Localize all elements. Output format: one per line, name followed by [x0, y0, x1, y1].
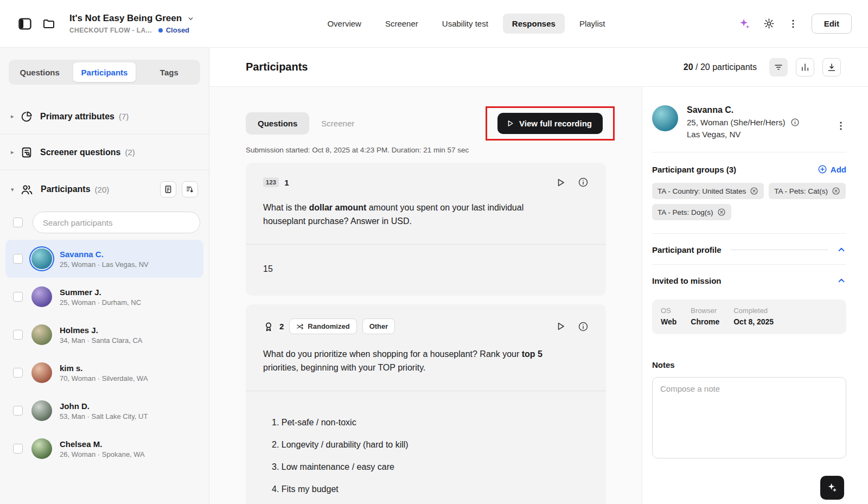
nav-playlist[interactable]: Playlist: [570, 14, 615, 34]
participant-row-savanna[interactable]: Savanna C. 25, Woman · Las Vegas, NV: [5, 240, 203, 278]
invited-to-mission-section[interactable]: Invited to mission: [652, 276, 846, 285]
shuffle-icon: [296, 323, 304, 330]
play-icon[interactable]: [556, 321, 566, 331]
add-label: Add: [831, 165, 846, 174]
participant-demographics: 25, Woman (She/Her/Hers): [687, 118, 785, 127]
note-input[interactable]: [652, 377, 846, 458]
answer-rank-item: 4. Fits my budget: [263, 484, 589, 495]
ranking-question-icon: [263, 321, 274, 332]
left-sidebar: Questions Participants Tags ▸ Primary at…: [0, 48, 209, 504]
divider: [652, 152, 846, 152]
tab-questions-main[interactable]: Questions: [246, 112, 309, 135]
answer-value: 15: [263, 264, 273, 273]
question-number: 2: [279, 322, 284, 331]
caret-right-icon[interactable]: ▸: [11, 113, 20, 120]
participant-row-summer[interactable]: Summer J. 25, Woman · Durham, NC: [5, 278, 203, 316]
nav-usability-test[interactable]: Usability test: [433, 14, 497, 34]
participant-location: Las Vegas, NV: [687, 130, 800, 139]
view-full-recording-button[interactable]: View full recording: [497, 113, 603, 134]
participant-row-john[interactable]: John D. 53, Man · Salt Lake City, UT: [5, 392, 203, 430]
play-icon[interactable]: [556, 177, 566, 188]
chart-view-button[interactable]: [796, 58, 814, 76]
tab-participants[interactable]: Participants: [73, 62, 135, 82]
group-chip: TA - Country: United States: [652, 183, 764, 199]
folder-icon[interactable]: [42, 17, 55, 30]
tab-screener-main[interactable]: Screener: [312, 112, 363, 135]
question-tab-group: Questions Screener: [246, 112, 363, 135]
participant-checkbox[interactable]: [13, 444, 23, 454]
participant-checkbox[interactable]: [13, 406, 23, 416]
group-chip-label: TA - Country: United States: [658, 187, 746, 195]
group-chip: TA - Pets: Cat(s): [769, 183, 846, 199]
chevron-up-icon[interactable]: [837, 276, 846, 285]
chevron-up-icon[interactable]: [837, 245, 846, 254]
sidebar-section-screener-questions[interactable]: ▸ Screener questions (2): [0, 135, 209, 170]
divider: [730, 250, 828, 250]
participant-name: Savanna C.: [60, 250, 149, 259]
select-all-checkbox[interactable]: [13, 218, 23, 227]
section-count: (20): [95, 185, 110, 194]
tab-questions[interactable]: Questions: [9, 60, 71, 85]
divider: [652, 233, 846, 234]
participant-meta: 70, Woman · Silverdale, WA: [60, 374, 148, 382]
kebab-menu-icon[interactable]: [835, 120, 846, 139]
participant-row-kim[interactable]: kim s. 70, Woman · Silverdale, WA: [5, 354, 203, 392]
remove-group-icon[interactable]: [717, 208, 726, 216]
participant-name: kim s.: [60, 363, 148, 373]
nav-overview[interactable]: Overview: [318, 14, 371, 34]
avatar: [31, 438, 52, 459]
question-card-2: 2 Randomized Other: [246, 304, 606, 504]
chevron-down-icon[interactable]: [187, 15, 194, 22]
caret-down-icon[interactable]: ▾: [11, 186, 20, 193]
participant-groups-title: Participant groups (3): [652, 165, 736, 174]
avatar: [652, 105, 678, 131]
participant-checkbox[interactable]: [13, 368, 23, 378]
nav-screener[interactable]: Screener: [376, 14, 427, 34]
edit-button[interactable]: Edit: [812, 14, 852, 34]
question-number: 1: [284, 178, 289, 187]
caret-right-icon[interactable]: ▸: [11, 149, 20, 156]
remove-group-icon[interactable]: [832, 187, 840, 195]
participant-profile-section[interactable]: Participant profile: [652, 245, 846, 254]
notes-title: Notes: [652, 360, 846, 369]
participant-checkbox[interactable]: [13, 254, 23, 264]
info-icon[interactable]: [578, 177, 589, 188]
plus-circle-icon: [818, 164, 827, 174]
info-icon[interactable]: [790, 118, 800, 127]
participant-name: Savanna C.: [687, 105, 800, 115]
kebab-menu-icon[interactable]: [788, 18, 799, 29]
mission-details-panel: OS Web Browser Chrome Completed Oct 8, 2…: [652, 299, 846, 334]
search-input[interactable]: [33, 212, 200, 233]
section-title: Invited to mission: [652, 276, 722, 285]
sidebar-toggle-button[interactable]: [17, 16, 33, 31]
ai-assistant-button[interactable]: [820, 476, 844, 500]
sort-icon-button[interactable]: [182, 181, 198, 197]
report-icon-button[interactable]: [160, 181, 176, 197]
participant-checkbox[interactable]: [13, 292, 23, 302]
status-badge: Closed: [158, 26, 189, 34]
participant-checkbox[interactable]: [13, 330, 23, 340]
play-icon: [506, 119, 514, 127]
tab-tags[interactable]: Tags: [138, 60, 200, 85]
randomized-label: Randomized: [308, 322, 349, 330]
participant-group-chips: TA - Country: United States TA - Pets: C…: [652, 183, 846, 220]
group-chip-label: TA - Pets: Dog(s): [658, 208, 713, 216]
download-button[interactable]: [822, 58, 841, 76]
add-group-button[interactable]: Add: [818, 164, 846, 174]
section-count: (7): [119, 112, 129, 121]
filter-button[interactable]: [769, 58, 788, 76]
participant-row-holmes[interactable]: Holmes J. 34, Man · Santa Clara, CA: [5, 316, 203, 354]
settings-gear-icon[interactable]: [763, 18, 775, 29]
remove-group-icon[interactable]: [750, 187, 758, 195]
ai-sparkle-icon[interactable]: [738, 18, 750, 30]
info-icon[interactable]: [578, 321, 589, 332]
sidebar-section-primary-attributes[interactable]: ▸ Primary attributes (7): [0, 99, 209, 135]
browser-label: Browser: [691, 307, 719, 315]
sidebar-section-participants[interactable]: ▾ Participants (20): [0, 170, 209, 208]
participant-row-chelsea[interactable]: Chelsea M. 26, Woman · Spokane, WA: [5, 430, 203, 468]
nav-responses[interactable]: Responses: [503, 14, 565, 34]
participants-actions: [160, 181, 198, 197]
question-text: What do you prioritize when shopping for…: [263, 347, 567, 374]
participant-meta: 26, Woman · Spokane, WA: [60, 450, 145, 458]
topbar-right: Edit: [738, 14, 852, 34]
